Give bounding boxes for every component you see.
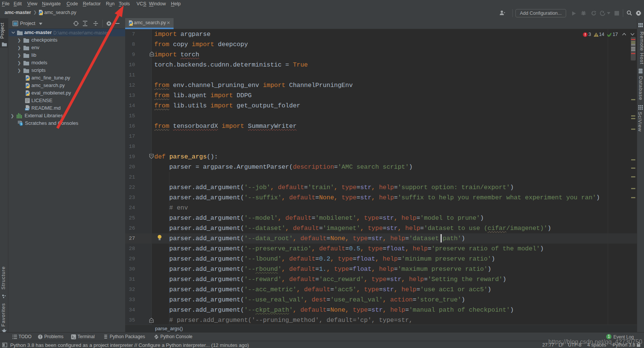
svg-text:MD: MD — [25, 108, 29, 110]
